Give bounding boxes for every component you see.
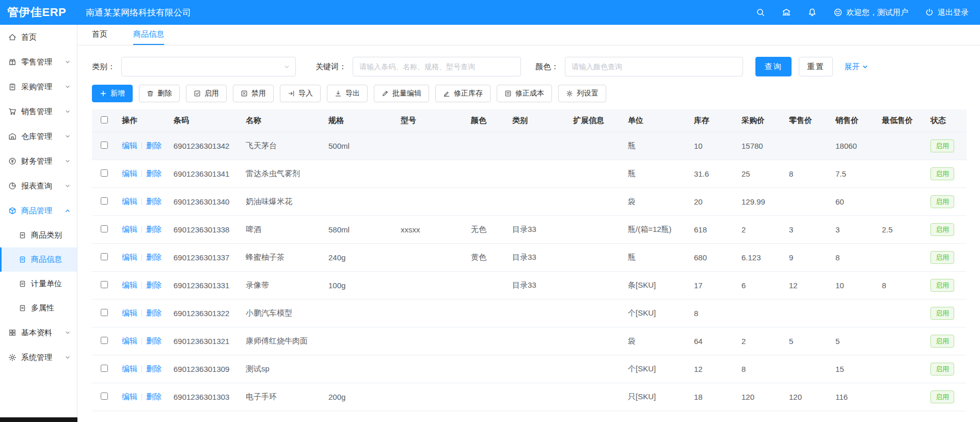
delete-link[interactable]: 删除 <box>146 280 162 289</box>
sidebar-item-measure-unit[interactable]: 计量单位 <box>0 272 77 296</box>
edit-link[interactable]: 编辑 <box>122 253 137 261</box>
delete-link[interactable]: 删除 <box>146 197 162 206</box>
delete-link[interactable]: 删除 <box>146 169 162 178</box>
row-checkbox[interactable] <box>101 309 108 316</box>
delete-link[interactable]: 删除 <box>146 364 162 373</box>
sidebar-item-goods-category[interactable]: 商品类别 <box>0 223 77 247</box>
sidebar-item-sales[interactable]: 销售管理 <box>0 99 77 124</box>
row-actions-cell: 编辑删除 <box>117 160 168 188</box>
sidebar-item-system[interactable]: 系统管理 <box>0 345 77 370</box>
color-filter-label: 颜色： <box>535 62 559 72</box>
batch-edit-icon <box>382 90 389 97</box>
edit-link[interactable]: 编辑 <box>122 141 137 150</box>
status-badge: 启用 <box>930 279 954 292</box>
table-cell: 8 <box>877 272 925 300</box>
table-row: 编辑删除6901236301331录像带100g目录33条[SKU]176121… <box>92 272 967 300</box>
delete-button[interactable]: 删除 <box>139 85 180 102</box>
bell-icon[interactable] <box>808 8 817 17</box>
row-checkbox[interactable] <box>101 142 108 149</box>
sidebar-item-label: 基本资料 <box>21 328 52 338</box>
table-cell <box>396 188 466 216</box>
sidebar-item-report[interactable]: 报表查询 <box>0 174 77 198</box>
enable-button[interactable]: 启用 <box>186 85 227 102</box>
keyword-input[interactable] <box>353 57 521 76</box>
sidebar-item-goods-info[interactable]: 商品信息 <box>0 247 77 272</box>
chevron-down-icon <box>65 84 71 90</box>
table-cell: 25 <box>736 160 784 188</box>
row-checkbox[interactable] <box>101 365 108 372</box>
table-cell <box>507 160 568 188</box>
table-cell <box>877 300 925 327</box>
table-cell: 8 <box>784 160 830 188</box>
row-checkbox[interactable] <box>101 393 108 400</box>
color-input[interactable] <box>565 57 743 76</box>
fix-cost-button[interactable]: 修正成本 <box>497 85 552 102</box>
sidebar-item-multi-attribute[interactable]: 多属性 <box>0 296 77 320</box>
status-cell: 启用 <box>925 216 967 244</box>
search-button[interactable]: 查询 <box>755 57 792 76</box>
expand-filters-link[interactable]: 展开 <box>844 62 868 72</box>
delete-link[interactable]: 删除 <box>146 392 162 401</box>
sidebar-item-label: 销售管理 <box>21 107 52 117</box>
column-settings-button[interactable]: 列设置 <box>558 85 606 102</box>
table-cell: 6901236301331 <box>168 272 241 300</box>
sidebar-item-purchase[interactable]: 采购管理 <box>0 74 77 99</box>
delete-link[interactable]: 删除 <box>146 308 162 317</box>
edit-link[interactable]: 编辑 <box>122 169 137 178</box>
edit-link[interactable]: 编辑 <box>122 308 137 317</box>
status-cell: 启用 <box>925 327 967 355</box>
export-button[interactable]: 导出 <box>327 85 368 102</box>
main-content: 首页 商品信息 类别： 关键词： 颜色： 查询 重置 展开 新增 删除 启用 <box>77 0 980 422</box>
edit-link[interactable]: 编辑 <box>122 197 137 206</box>
batch-edit-button[interactable]: 批量编辑 <box>374 85 429 102</box>
row-checkbox[interactable] <box>101 253 108 260</box>
edit-link[interactable]: 编辑 <box>122 336 137 345</box>
edit-link[interactable]: 编辑 <box>122 392 137 401</box>
logout-button[interactable]: 退出登录 <box>925 8 969 18</box>
select-all-checkbox[interactable] <box>101 116 108 123</box>
sidebar-item-basic-data[interactable]: 基本资料 <box>0 320 77 345</box>
table-cell: 测试sp <box>241 355 323 383</box>
delete-link[interactable]: 删除 <box>146 225 162 233</box>
table-cell: 6901236301322 <box>168 300 241 327</box>
row-checkbox[interactable] <box>101 281 108 288</box>
disable-button[interactable]: 禁用 <box>233 85 274 102</box>
sidebar-item-goods[interactable]: 商品管理 <box>0 198 77 223</box>
search-icon[interactable] <box>756 8 765 17</box>
table-cell <box>568 244 623 272</box>
table-cell: 啤酒 <box>241 216 323 244</box>
table-cell <box>507 383 568 411</box>
delete-link[interactable]: 删除 <box>146 141 162 150</box>
delete-link[interactable]: 删除 <box>146 336 162 345</box>
edit-link[interactable]: 编辑 <box>122 280 137 289</box>
fix-stock-button[interactable]: 修正库存 <box>435 85 491 102</box>
tab-goods-info[interactable]: 商品信息 <box>133 25 164 45</box>
import-button[interactable]: 导入 <box>280 85 321 102</box>
category-select[interactable] <box>121 57 296 76</box>
table-row: 编辑删除6901236301338啤酒580mlxxsxx无色目录33瓶/(箱=… <box>92 216 967 244</box>
bank-icon[interactable] <box>782 8 791 17</box>
table-cell <box>466 383 507 411</box>
sidebar-item-home[interactable]: 首页 <box>0 25 77 50</box>
user-menu[interactable]: 欢迎您，测试用户 <box>833 8 908 18</box>
tab-home[interactable]: 首页 <box>92 25 107 45</box>
add-button[interactable]: 新增 <box>92 85 133 102</box>
row-actions-cell: 编辑删除 <box>117 355 168 383</box>
status-badge: 启用 <box>930 167 954 180</box>
row-actions-cell: 编辑删除 <box>117 244 168 272</box>
row-checkbox[interactable] <box>101 197 108 205</box>
edit-link[interactable]: 编辑 <box>122 225 137 233</box>
sidebar-item-finance[interactable]: 财务管理 <box>0 149 77 174</box>
table-cell: 129.99 <box>736 188 784 216</box>
row-checkbox[interactable] <box>101 169 108 177</box>
edit-link[interactable]: 编辑 <box>122 364 137 373</box>
row-checkbox[interactable] <box>101 225 108 232</box>
row-checkbox[interactable] <box>101 337 108 344</box>
column-header-unit: 单位 <box>623 110 689 132</box>
sidebar-item-label: 财务管理 <box>21 157 52 166</box>
delete-link[interactable]: 删除 <box>146 253 162 261</box>
sidebar-item-retail[interactable]: 零售管理 <box>0 50 77 74</box>
app-logo[interactable]: 管伊佳ERP <box>0 5 77 20</box>
sidebar-item-warehouse[interactable]: 仓库管理 <box>0 124 77 149</box>
reset-button[interactable]: 重置 <box>799 57 833 76</box>
